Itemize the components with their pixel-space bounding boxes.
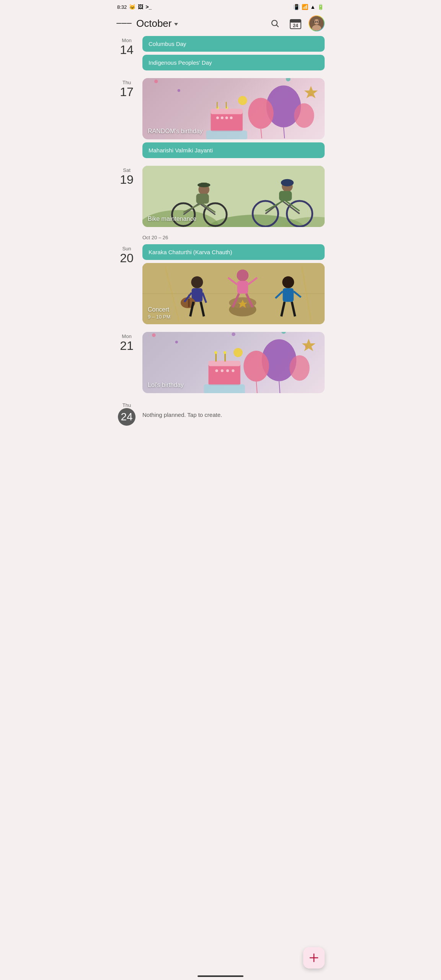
- svg-rect-82: [283, 288, 294, 302]
- wifi-icon: 📶: [302, 4, 308, 10]
- svg-rect-76: [237, 281, 248, 294]
- calendar-body: Mon 14 Columbus Day Indigenous Peoples' …: [110, 36, 331, 472]
- svg-rect-103: [209, 361, 240, 366]
- svg-point-107: [224, 351, 226, 354]
- day-label-thu17: Thu 17: [116, 78, 137, 158]
- svg-point-20: [294, 103, 314, 128]
- calendar-date-button[interactable]: 24: [288, 16, 303, 31]
- svg-rect-33: [206, 131, 247, 139]
- day-num-sat19: 19: [120, 173, 134, 186]
- svg-rect-104: [215, 353, 217, 361]
- hamburger-line1: [116, 23, 121, 24]
- event-indigenous-peoples-day[interactable]: Indigenous Peoples' Day: [142, 55, 325, 70]
- svg-rect-27: [226, 102, 227, 108]
- nothing-planned-text: Nothing planned. Tap to create.: [142, 408, 325, 421]
- event-concert-label: Concert 9 – 10 PM: [148, 306, 170, 320]
- day-num-mon21: 21: [120, 339, 134, 353]
- svg-point-108: [215, 369, 218, 372]
- user-avatar[interactable]: [309, 15, 325, 31]
- svg-point-64: [191, 276, 203, 288]
- event-bike-label: Bike maintenance: [148, 216, 196, 222]
- status-left: 8:32 🐱 🖼 >_: [117, 4, 152, 10]
- svg-point-97: [243, 351, 269, 382]
- signal-icon: ▲: [310, 4, 315, 10]
- day-num-thu17: 17: [120, 85, 134, 99]
- svg-rect-26: [217, 102, 217, 108]
- hamburger-line3: [127, 23, 132, 24]
- svg-line-96: [279, 381, 280, 393]
- day-label-thu24: Thu 24: [116, 401, 137, 426]
- svg-point-101: [234, 348, 243, 357]
- cat-icon: 🐱: [129, 4, 136, 10]
- day-section-thu24: Thu 24 Nothing planned. Tap to create.: [116, 401, 325, 426]
- week-range-label: Oct 20 – 26: [116, 235, 325, 240]
- month-title: October: [136, 18, 172, 29]
- day-name-sun20: Sun: [122, 246, 131, 252]
- event-karaka-chaturthi[interactable]: Karaka Chaturthi (Karva Chauth): [142, 244, 325, 260]
- svg-rect-3: [290, 20, 301, 23]
- status-bar: 8:32 🐱 🖼 >_ 📳 📶 ▲ 🔋: [110, 0, 331, 12]
- status-right: 📳 📶 ▲ 🔋: [293, 4, 324, 10]
- event-birthday-label: RANDOM's birthday: [148, 128, 203, 135]
- svg-point-111: [232, 369, 234, 372]
- day-num-mon14: 14: [120, 43, 134, 57]
- day-section-mon21: Mon 21: [116, 332, 325, 393]
- header-icons: 24: [267, 15, 325, 31]
- svg-point-91: [281, 332, 286, 334]
- day-events-sun20: Karaka Chaturthi (Karva Chauth): [142, 244, 325, 324]
- svg-point-25: [225, 106, 228, 109]
- month-selector[interactable]: October: [136, 18, 263, 29]
- day-label-mon14: Mon 14: [116, 36, 137, 70]
- event-concert-time: 9 – 10 PM: [148, 314, 170, 320]
- svg-point-110: [226, 369, 229, 372]
- svg-point-30: [221, 116, 224, 119]
- svg-point-18: [248, 98, 274, 129]
- day-section-thu17: Thu 17: [116, 78, 325, 158]
- svg-marker-100: [302, 339, 316, 351]
- event-random-birthday[interactable]: RANDOM's birthday: [142, 78, 325, 139]
- day-num-sun20: 20: [120, 252, 134, 265]
- search-button[interactable]: [267, 16, 283, 31]
- vibrate-icon: 📳: [293, 4, 300, 10]
- day-section-mon14: Mon 14 Columbus Day Indigenous Peoples' …: [116, 36, 325, 70]
- menu-button[interactable]: [116, 16, 132, 31]
- event-maharishi-valmiki[interactable]: Maharishi Valmiki Jayanti: [142, 142, 325, 158]
- fab-create-button[interactable]: [303, 947, 325, 969]
- svg-rect-44: [196, 194, 209, 204]
- svg-rect-48: [201, 183, 207, 186]
- day-events-mon14: Columbus Day Indigenous Peoples' Day: [142, 36, 325, 70]
- svg-point-81: [282, 276, 294, 288]
- svg-point-58: [281, 179, 294, 186]
- bottom-nav-indicator: [198, 975, 243, 977]
- svg-point-31: [225, 116, 228, 119]
- svg-point-28: [238, 96, 247, 105]
- day-label-mon21: Mon 21: [116, 332, 137, 393]
- svg-point-29: [216, 116, 219, 119]
- svg-point-89: [152, 333, 156, 337]
- event-lol-birthday[interactable]: Lol's birthday: [142, 332, 325, 393]
- day-name-sat19: Sat: [123, 167, 131, 173]
- svg-line-98: [256, 382, 257, 393]
- svg-point-13: [286, 78, 291, 82]
- svg-line-19: [261, 129, 261, 138]
- day-name-thu17: Thu: [122, 80, 131, 85]
- day-name-mon14: Mon: [122, 38, 131, 43]
- svg-rect-102: [209, 363, 240, 385]
- svg-rect-112: [204, 384, 245, 393]
- avatar-image: [309, 16, 324, 31]
- svg-rect-23: [211, 109, 243, 114]
- svg-point-12: [178, 89, 180, 92]
- status-time: 8:32: [117, 4, 127, 10]
- day-events-sat19: Bike maintenance: [142, 166, 325, 227]
- event-concert[interactable]: Concert 9 – 10 PM: [142, 263, 325, 324]
- svg-point-99: [289, 355, 309, 381]
- chevron-down-icon: [174, 23, 178, 26]
- day-label-sun20: Sun 20: [116, 244, 137, 324]
- svg-point-32: [230, 116, 232, 119]
- event-columbus-day[interactable]: Columbus Day: [142, 36, 325, 52]
- event-bike-maintenance[interactable]: Bike maintenance: [142, 166, 325, 227]
- svg-rect-105: [224, 353, 226, 361]
- day-events-thu24[interactable]: Nothing planned. Tap to create.: [142, 401, 325, 426]
- svg-point-75: [237, 270, 248, 281]
- svg-point-90: [175, 341, 178, 343]
